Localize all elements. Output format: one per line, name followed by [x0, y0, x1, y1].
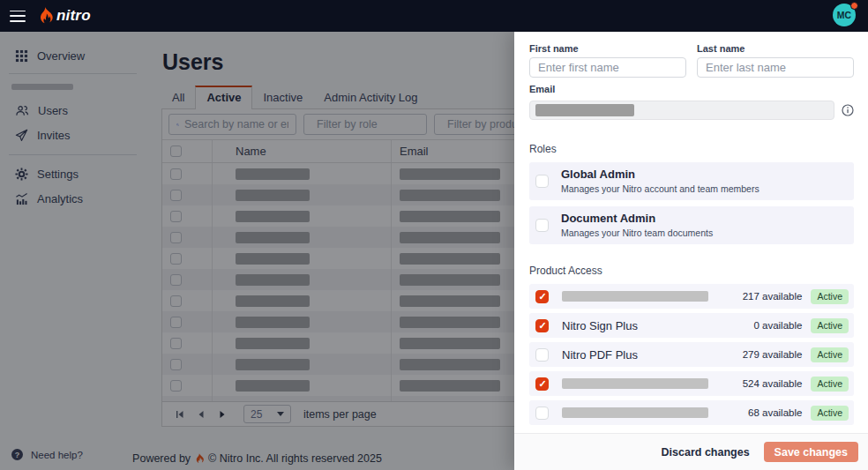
product-checkbox[interactable]	[535, 319, 549, 332]
product-checkbox[interactable]	[535, 407, 549, 420]
email-field-disabled	[529, 101, 834, 120]
discard-changes-button[interactable]: Discard changes	[662, 446, 750, 459]
redacted-product-name	[562, 378, 708, 389]
flame-icon	[38, 7, 53, 26]
status-badge: Active	[811, 318, 849, 333]
redacted-email-value	[535, 104, 634, 116]
product-name: Nitro PDF Plus	[562, 348, 743, 362]
info-icon[interactable]	[842, 104, 854, 116]
status-badge: Active	[811, 377, 849, 392]
status-badge: Active	[811, 347, 849, 362]
status-badge: Active	[811, 406, 849, 421]
nitro-logo: nitro	[38, 7, 91, 26]
role-description: Manages your Nitro account and team memb…	[561, 183, 760, 194]
hamburger-menu-icon[interactable]	[10, 11, 26, 22]
role-checkbox[interactable]	[535, 219, 549, 232]
last-name-label: Last name	[697, 43, 854, 54]
first-name-label: First name	[529, 43, 686, 54]
redacted-product-name	[562, 291, 708, 302]
available-count: 0 available	[753, 320, 802, 331]
available-count: 524 available	[743, 378, 803, 389]
product-access-row: 68 available Active	[529, 400, 854, 425]
product-access-row: Nitro Sign Plus 0 available Active	[529, 313, 854, 338]
user-avatar[interactable]: MC	[833, 4, 857, 28]
product-checkbox[interactable]	[535, 348, 549, 362]
available-count: 217 available	[743, 291, 803, 302]
roles-section-label: Roles	[529, 143, 854, 155]
role-description: Manages your Nitro team documents	[561, 228, 713, 238]
available-count: 279 available	[743, 349, 803, 360]
product-access-row: Nitro PDF Plus 279 available Active	[529, 342, 854, 367]
status-badge: Active	[811, 289, 849, 304]
first-name-field[interactable]	[529, 57, 686, 78]
product-access-label: Product Access	[529, 265, 854, 277]
role-checkbox[interactable]	[535, 175, 549, 188]
product-access-row: 217 available Active	[529, 284, 854, 309]
product-access-row: 524 available Active	[529, 371, 854, 396]
role-name: Global Admin	[561, 168, 760, 181]
product-checkbox[interactable]	[535, 377, 549, 391]
app-screen: nitro MC Overview	[0, 0, 868, 470]
save-changes-button[interactable]: Save changes	[764, 442, 858, 462]
product-name: Nitro Sign Plus	[562, 319, 753, 332]
role-name: Document Admin	[561, 212, 713, 225]
brand-name: nitro	[56, 7, 91, 25]
last-name-field[interactable]	[697, 57, 854, 78]
available-count: 68 available	[748, 407, 802, 418]
topbar: nitro MC	[0, 0, 868, 32]
role-document-admin[interactable]: Document Admin Manages your Nitro team d…	[529, 206, 854, 244]
notification-dot	[850, 2, 858, 10]
product-checkbox[interactable]	[535, 290, 549, 303]
panel-footer: Discard changes Save changes	[514, 433, 868, 470]
edit-user-panel: First name Last name Email	[514, 32, 868, 470]
redacted-product-name	[562, 407, 708, 418]
email-label: Email	[529, 84, 854, 94]
role-global-admin[interactable]: Global Admin Manages your Nitro account …	[529, 162, 854, 200]
